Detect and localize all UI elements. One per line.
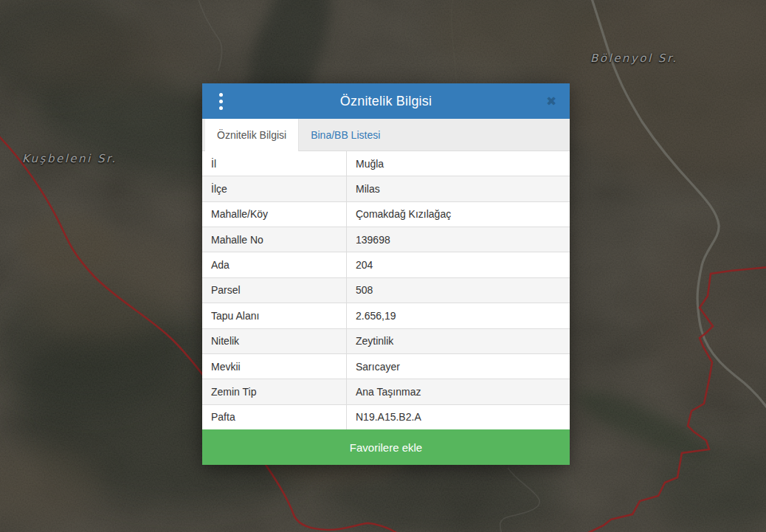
row-value: Sarıcayer	[347, 361, 570, 373]
modal-header: Öznitelik Bilgisi ✖	[202, 83, 570, 119]
row-label: Nitelik	[202, 329, 347, 353]
table-row-ada: Ada 204	[202, 252, 570, 277]
row-value: 204	[347, 259, 570, 271]
modal-title: Öznitelik Bilgisi	[340, 94, 432, 109]
row-value: N19.A15.B2.A	[347, 411, 570, 423]
table-row-zemin-tip: Zemin Tip Ana Taşınmaz	[202, 379, 570, 404]
row-value: Milas	[347, 183, 570, 195]
row-value: Ana Taşınmaz	[347, 386, 570, 398]
table-row-tapu-alani: Tapu Alanı 2.656,19	[202, 303, 570, 328]
row-value: 2.656,19	[347, 310, 570, 322]
row-label: Tapu Alanı	[202, 303, 347, 328]
row-label: Mahalle No	[202, 227, 347, 252]
row-label: İl	[202, 151, 347, 176]
table-row-ilce: İlçe Milas	[202, 176, 570, 201]
table-row-mevkii: Mevkii Sarıcayer	[202, 354, 570, 379]
row-value: 139698	[347, 234, 570, 246]
road-label-kusbeleni: Kuşbeleni Sr.	[22, 152, 117, 165]
row-label: Zemin Tip	[202, 379, 347, 404]
tab-bina-bb-listesi[interactable]: Bina/BB Listesi	[299, 119, 392, 151]
tab-strip: Öznitelik Bilgisi Bina/BB Listesi	[202, 119, 570, 151]
table-row-nitelik: Nitelik Zeytinlik	[202, 329, 570, 354]
attribute-info-modal: Öznitelik Bilgisi ✖ Öznitelik Bilgisi Bi…	[202, 83, 570, 465]
close-icon[interactable]: ✖	[542, 83, 561, 119]
row-value: Çomakdağ Kızılağaç	[347, 208, 570, 220]
table-row-pafta: Pafta N19.A15.B2.A	[202, 405, 570, 429]
road-label-bolenyol: Bölenyol Sr.	[590, 52, 677, 65]
table-row-il: İl Muğla	[202, 151, 570, 176]
kebab-menu-icon[interactable]	[211, 83, 230, 119]
table-row-mahalle-koy: Mahalle/Köy Çomakdağ Kızılağaç	[202, 202, 570, 227]
row-label: Mahalle/Köy	[202, 202, 347, 227]
row-label: Mevkii	[202, 354, 347, 379]
row-label: Parsel	[202, 278, 347, 303]
row-label: Pafta	[202, 405, 347, 429]
table-row-parsel: Parsel 508	[202, 278, 570, 303]
row-value: Zeytinlik	[347, 335, 570, 347]
row-value: 508	[347, 284, 570, 296]
app-stage: Bölenyol Sr. Kuşbeleni Sr. Öznitelik Bil…	[0, 0, 766, 532]
table-row-mahalle-no: Mahalle No 139698	[202, 227, 570, 252]
tab-oznitelik-bilgisi[interactable]: Öznitelik Bilgisi	[205, 119, 299, 151]
row-value: Muğla	[347, 158, 570, 170]
attribute-table: İl Muğla İlçe Milas Mahalle/Köy Çomakdağ…	[202, 151, 570, 429]
row-label: İlçe	[202, 176, 347, 201]
row-label: Ada	[202, 252, 347, 277]
add-to-favorites-button[interactable]: Favorilere ekle	[202, 429, 570, 465]
